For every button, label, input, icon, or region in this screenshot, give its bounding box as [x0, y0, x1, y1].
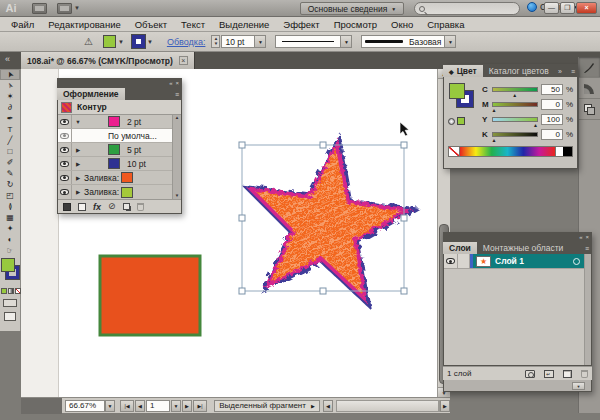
twisty-icon[interactable]: ▼ [72, 119, 84, 125]
panel-resize-grip[interactable]: ▼ [572, 382, 585, 390]
rectangle-tool[interactable]: □ [0, 146, 20, 157]
tab-appearance[interactable]: Оформление [57, 88, 125, 100]
delete-item-icon[interactable] [137, 203, 144, 211]
free-transform-tool[interactable]: ▦ [0, 212, 20, 223]
menu-file[interactable]: Файл [4, 17, 41, 32]
tab-color-guide[interactable]: Каталог цветов [483, 65, 555, 77]
appearance-row-stroke-5pt[interactable]: ▶ 5 pt [58, 143, 172, 157]
zoom-level-field[interactable]: 66.67% [65, 400, 105, 412]
selection-tool[interactable]: ➤ [0, 69, 20, 80]
none-button[interactable] [15, 288, 21, 294]
selection-handle[interactable] [320, 142, 326, 148]
magenta-slider[interactable]: ▲ [492, 102, 538, 107]
cyan-value-field[interactable]: 50 [541, 84, 563, 95]
toolbar-fill-swatch[interactable] [1, 258, 15, 272]
spectrum-gradient[interactable] [460, 147, 555, 156]
rectangle-object[interactable] [100, 256, 200, 335]
stroke-color-swatch[interactable] [108, 116, 120, 127]
artboard-number-field[interactable]: 1 [146, 400, 170, 412]
appearance-row-fill-green[interactable]: ▶ Заливка: [58, 185, 172, 199]
slider-marker-icon[interactable]: ▲ [533, 123, 538, 128]
brush-definition-dropdown-button[interactable]: ▼ [445, 35, 456, 48]
none-swatch[interactable] [449, 147, 460, 156]
close-panel-icon[interactable]: × [585, 234, 589, 240]
previous-artboard-button[interactable]: ◀ [135, 400, 145, 412]
stroke-weight-field[interactable]: 10 pt [221, 35, 255, 48]
status-menu-arrow-icon[interactable]: ▶ [311, 403, 315, 409]
visibility-eye-icon[interactable] [60, 147, 69, 153]
selection-handle[interactable] [239, 142, 245, 148]
paintbrush-tool[interactable]: ✐ [0, 157, 20, 168]
black-value-field[interactable]: 0 [541, 129, 563, 140]
visibility-eye-icon[interactable] [60, 189, 69, 195]
tab-layers[interactable]: Слои [443, 242, 477, 254]
selection-handle[interactable] [320, 288, 326, 294]
restore-button[interactable]: ❐ [560, 2, 575, 14]
width-profile-preview[interactable] [275, 35, 341, 48]
document-tab[interactable]: 108.ai* @ 66.67% (CMYK/Просмотр) × [21, 52, 195, 69]
selection-handle[interactable] [401, 288, 407, 294]
magenta-value-field[interactable]: 0 [541, 99, 563, 110]
menu-type[interactable]: Текст [174, 17, 212, 32]
twisty-icon[interactable]: ▶ [72, 161, 84, 167]
stroke-color-swatch[interactable] [108, 144, 120, 155]
width-profile-dropdown-button[interactable]: ▼ [341, 35, 352, 48]
menu-effect[interactable]: Эффект [276, 17, 326, 32]
new-layer-icon[interactable] [563, 370, 572, 378]
star-object[interactable] [254, 147, 401, 293]
panel-menu-icon[interactable]: ≡ [571, 68, 575, 75]
clear-appearance-icon[interactable]: ⊘ [108, 202, 116, 211]
fill-color-swatch[interactable] [121, 172, 133, 183]
appearance-row-brush-default[interactable]: По умолча... [58, 129, 172, 143]
expand-panel-icon[interactable]: » [558, 68, 562, 75]
pen-tool[interactable]: ✒ [0, 113, 20, 124]
add-new-stroke-icon[interactable] [63, 203, 71, 211]
fill-proxy-swatch[interactable] [449, 83, 465, 99]
twisty-icon[interactable]: ▶ [72, 189, 84, 195]
hand-tool[interactable]: ☞ [0, 245, 20, 256]
stroke-color-swatch[interactable] [108, 158, 120, 169]
yellow-value-field[interactable]: 100 [541, 114, 563, 125]
selection-handle[interactable] [401, 142, 407, 148]
menu-edit[interactable]: Редактирование [41, 17, 127, 32]
horizontal-scrollbar-thumb[interactable] [337, 401, 439, 411]
arrange-documents-caret-icon[interactable]: ▼ [74, 5, 80, 11]
close-panel-icon[interactable]: × [175, 80, 179, 86]
gamut-color-swatch[interactable] [457, 117, 465, 125]
workspace-switcher-button[interactable]: Основные сведения ▼ [300, 2, 404, 15]
chevron-down-icon[interactable]: ▼ [147, 39, 153, 45]
appearance-row-fill-orange[interactable]: ▶ Заливка: [58, 171, 172, 185]
appearance-row-stroke-10pt[interactable]: ▶ 10 pt [58, 157, 172, 171]
collapse-tools-icon[interactable]: « [5, 54, 10, 64]
scale-tool[interactable]: ◰ [0, 190, 20, 201]
next-artboard-button[interactable]: ▶ [182, 400, 192, 412]
stroke-weight-dropdown-button[interactable]: ▼ [255, 35, 266, 48]
panel-menu-icon[interactable]: ≡ [585, 245, 589, 252]
black-swatch[interactable] [563, 147, 572, 156]
layer-row[interactable]: ★ Слой 1 [444, 254, 591, 269]
selection-handle[interactable] [239, 288, 245, 294]
screen-mode-button[interactable] [4, 312, 16, 321]
layer-visibility-cell[interactable] [444, 254, 458, 268]
visibility-eye-icon[interactable] [60, 133, 69, 139]
make-clipping-mask-icon[interactable] [525, 370, 535, 378]
bridge-icon[interactable] [32, 3, 47, 14]
visibility-eye-icon[interactable] [60, 175, 69, 181]
appearance-row-stroke-2pt[interactable]: ▼ 2 pt [58, 115, 172, 129]
status-display[interactable]: Выделенный фрагмент ▶ [214, 400, 320, 412]
slider-marker-icon[interactable]: ▲ [512, 93, 517, 98]
horizontal-scrollbar[interactable] [336, 400, 440, 412]
selection-handle[interactable] [239, 215, 245, 221]
type-tool[interactable]: T [0, 124, 20, 135]
panel-menu-icon[interactable]: ≡ [175, 91, 179, 98]
last-artboard-button[interactable]: ▶| [193, 400, 207, 412]
line-tool[interactable]: ╱ [0, 135, 20, 146]
visibility-eye-icon[interactable] [60, 161, 69, 167]
scroll-right-icon[interactable]: ▶ [440, 400, 450, 412]
slider-marker-icon[interactable]: ▲ [491, 108, 496, 113]
duplicate-item-icon[interactable] [123, 203, 130, 210]
black-slider[interactable]: ▲ [492, 132, 538, 137]
layer-target-icon[interactable] [573, 258, 580, 265]
twisty-icon[interactable]: ▶ [72, 147, 84, 153]
arrange-documents-icon[interactable] [57, 3, 72, 14]
